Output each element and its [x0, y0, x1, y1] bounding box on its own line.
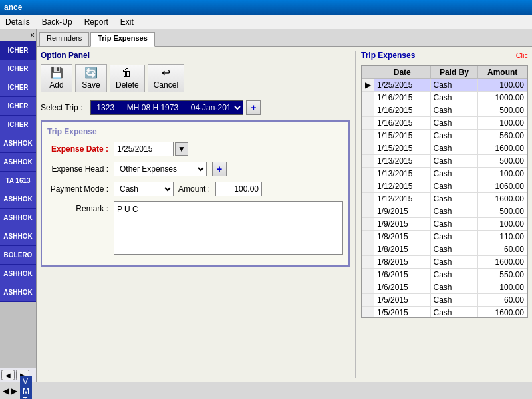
expense-date-dropdown-icon[interactable]: ▼ [175, 142, 188, 156]
sidebar-item-2[interactable]: ICHER [0, 78, 36, 97]
table-row[interactable]: 1/13/2015Cash100.00 [362, 168, 527, 180]
sidebar-item-6[interactable]: ASHHOK [0, 153, 36, 172]
row-arrow [362, 243, 374, 256]
menu-backup[interactable]: Back-Up [39, 16, 75, 28]
content-area: Reminders Trip Expenses Option Panel 💾 A… [37, 29, 532, 382]
save-button[interactable]: 🔄 Save [75, 64, 107, 92]
row-date: 1/13/2015 [374, 168, 431, 180]
sidebar-item-0[interactable]: ICHER [0, 41, 36, 60]
payment-amount-row: Payment Mode : Cash Amount : [47, 182, 343, 196]
bottom-scroll-left[interactable]: ◀ [3, 386, 9, 396]
sidebar-item-11[interactable]: BOLERO [0, 246, 36, 265]
payment-mode-select[interactable]: Cash [114, 182, 174, 196]
row-paidby: Cash [430, 130, 478, 142]
table-row[interactable]: 1/8/2015Cash110.00 [362, 231, 527, 243]
delete-button[interactable]: 🗑 Delete [110, 65, 145, 92]
sidebar-prev-btn[interactable]: ◀ [1, 370, 15, 380]
row-amount: 100.00 [478, 218, 527, 231]
sidebar-item-10[interactable]: ASHHOK [0, 227, 36, 246]
expenses-table: Date Paid By Amount ▶1/25/2015Cash100.00… [362, 66, 527, 318]
sidebar-item-3[interactable]: ICHER [0, 97, 36, 116]
table-row[interactable]: 1/13/2015Cash500.00 [362, 155, 527, 168]
sidebar-item-7[interactable]: TA 1613 [0, 172, 36, 190]
row-amount: 1600.00 [478, 256, 527, 269]
row-paidby: Cash [430, 218, 478, 231]
row-date: 1/6/2015 [374, 269, 431, 281]
sidebar-item-5[interactable]: ASHHOK [0, 134, 36, 153]
menu-report[interactable]: Report [82, 16, 111, 28]
row-paidby: Cash [430, 168, 478, 180]
right-panel-action[interactable]: Clic [516, 51, 528, 59]
sidebar-item-13[interactable]: ASHHOK [0, 283, 36, 302]
sidebar-item-9[interactable]: ASHHOK [0, 209, 36, 227]
table-row[interactable]: 1/9/2015Cash500.00 [362, 205, 527, 218]
row-date: 1/12/2015 [374, 193, 431, 205]
sidebar-item-1[interactable]: ICHER [0, 60, 36, 78]
row-arrow [362, 168, 374, 180]
table-row[interactable]: 1/16/2015Cash500.00 [362, 104, 527, 117]
row-amount: 110.00 [478, 231, 527, 243]
row-paidby: Cash [430, 117, 478, 130]
table-row[interactable]: 1/8/2015Cash60.00 [362, 243, 527, 256]
table-row[interactable]: 1/6/2015Cash550.00 [362, 269, 527, 281]
sidebar-item-8[interactable]: ASHHOK [0, 190, 36, 209]
expense-date-input[interactable] [114, 142, 174, 156]
sidebar: × ICHER ICHER ICHER ICHER ICHER ASHHOK A… [0, 29, 37, 382]
expense-head-add-btn[interactable]: + [212, 162, 227, 176]
bottom-scroll-right[interactable]: ▶ [11, 386, 17, 396]
tabs-bar: Reminders Trip Expenses [37, 29, 532, 47]
title-bar: ance [0, 0, 532, 15]
row-arrow [362, 130, 374, 142]
table-row[interactable]: 1/12/2015Cash1060.00 [362, 180, 527, 193]
menu-details[interactable]: Details [3, 16, 33, 28]
table-row[interactable]: 1/16/2015Cash100.00 [362, 117, 527, 130]
row-date: 1/8/2015 [374, 256, 431, 269]
trip-expense-title: Trip Expense [47, 127, 343, 136]
table-row[interactable]: 1/8/2015Cash1600.00 [362, 256, 527, 269]
trip-select[interactable]: 1323 — MH 08 H 1973 — 04-Jan-2015 To 21-… [90, 100, 243, 115]
row-amount: 60.00 [478, 243, 527, 256]
sidebar-item-12[interactable]: ASHHOK [0, 265, 36, 283]
row-paidby: Cash [430, 193, 478, 205]
table-row[interactable]: 1/6/2015Cash100.00 [362, 281, 527, 294]
menu-exit[interactable]: Exit [118, 16, 136, 28]
row-arrow: ▶ [362, 79, 374, 92]
table-row[interactable]: 1/5/2015Cash60.00 [362, 294, 527, 307]
row-amount: 100.00 [478, 117, 527, 130]
sidebar-close-btn[interactable]: × [30, 31, 35, 40]
expense-date-row: Expense Date : ▼ [47, 142, 343, 156]
add-button[interactable]: 💾 Add [41, 64, 72, 92]
remark-textarea[interactable]: P U C [114, 201, 343, 255]
row-amount: 100.00 [478, 281, 527, 294]
table-row[interactable]: 1/12/2015Cash1600.00 [362, 193, 527, 205]
tab-trip-expenses[interactable]: Trip Expenses [90, 32, 155, 47]
right-panel-title: Trip Expenses [361, 51, 415, 60]
table-row[interactable]: ▶1/25/2015Cash100.00 [362, 79, 527, 92]
row-arrow [362, 307, 374, 319]
expenses-table-container: Date Paid By Amount ▶1/25/2015Cash100.00… [361, 65, 528, 318]
amount-label: Amount : [176, 184, 213, 194]
row-date: 1/5/2015 [374, 307, 431, 319]
table-row[interactable]: 1/9/2015Cash100.00 [362, 218, 527, 231]
trip-add-btn[interactable]: + [246, 100, 261, 115]
expense-head-select[interactable]: Other Expenses [114, 162, 207, 176]
table-row[interactable]: 1/15/2015Cash1600.00 [362, 142, 527, 155]
table-row[interactable]: 1/16/2015Cash1000.00 [362, 92, 527, 104]
amount-input[interactable] [215, 182, 262, 196]
row-arrow [362, 180, 374, 193]
row-paidby: Cash [430, 155, 478, 168]
row-paidby: Cash [430, 256, 478, 269]
cancel-button[interactable]: ↩ Cancel [148, 64, 184, 92]
row-date: 1/6/2015 [374, 281, 431, 294]
row-paidby: Cash [430, 205, 478, 218]
row-date: 1/8/2015 [374, 231, 431, 243]
row-amount: 1000.00 [478, 92, 527, 104]
table-row[interactable]: 1/5/2015Cash1600.00 [362, 307, 527, 319]
row-amount: 500.00 [478, 104, 527, 117]
tab-reminders[interactable]: Reminders [39, 32, 89, 46]
toolbar: 💾 Add 🔄 Save 🗑 Delete ↩ Cancel [41, 64, 350, 92]
table-row[interactable]: 1/15/2015Cash560.00 [362, 130, 527, 142]
sidebar-item-4[interactable]: ICHER [0, 116, 36, 134]
row-paidby: Cash [430, 104, 478, 117]
trip-select-row: Select Trip : 1323 — MH 08 H 1973 — 04-J… [41, 100, 350, 115]
